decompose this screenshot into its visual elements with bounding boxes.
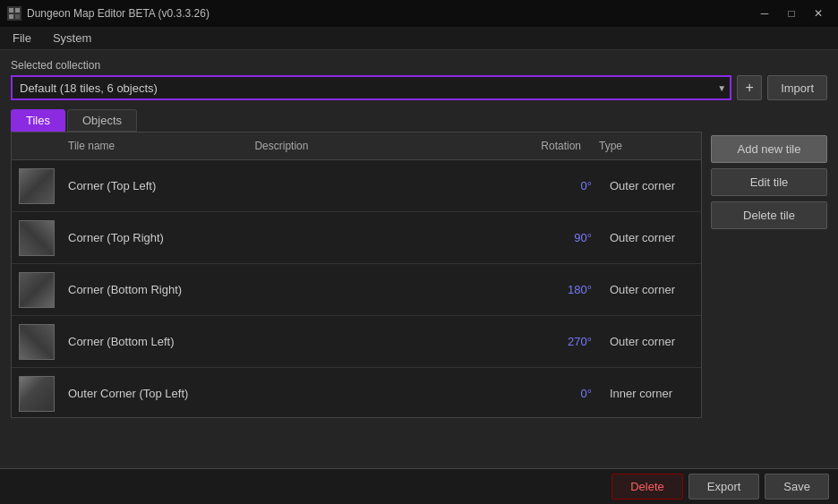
- th-thumbnail: [12, 136, 61, 156]
- tile-thumb-image: [19, 168, 55, 204]
- th-description: Description: [247, 136, 520, 156]
- menu-item-file[interactable]: File: [4, 29, 40, 47]
- tile-rotation: 90°: [531, 231, 603, 244]
- tile-type: Outer corner: [603, 283, 701, 296]
- menu-item-system[interactable]: System: [44, 29, 100, 47]
- save-button[interactable]: Save: [765, 474, 829, 500]
- tile-thumb-image: [19, 220, 55, 256]
- selected-collection-label: Selected collection: [11, 59, 827, 72]
- minimize-button[interactable]: ─: [752, 4, 777, 23]
- tile-thumbnail: [12, 320, 61, 363]
- maximize-button[interactable]: □: [779, 4, 804, 23]
- bottombar: Delete Export Save: [0, 468, 838, 504]
- content-area: Selected collection Default (18 tiles, 6…: [0, 50, 838, 468]
- subtabs: Tiles Objects: [11, 109, 827, 132]
- table-row[interactable]: Outer Corner (Top Left) 0° Inner corner: [12, 368, 701, 418]
- sidebar-buttons: Add new tile Edit tile Delete tile: [711, 132, 827, 418]
- tile-name: Corner (Bottom Left): [61, 331, 252, 352]
- th-name: Tile name: [61, 136, 247, 156]
- table-row[interactable]: Corner (Bottom Left) 270° Outer corner: [12, 316, 701, 368]
- tile-thumbnail: [12, 165, 61, 208]
- table-row[interactable]: Corner (Bottom Right) 180° Outer corner: [12, 264, 701, 316]
- tile-rotation: 0°: [531, 387, 603, 400]
- tile-name: Corner (Top Right): [61, 227, 252, 248]
- tile-name: Corner (Bottom Right): [61, 279, 252, 300]
- tile-name: Corner (Top Left): [61, 175, 252, 196]
- collection-select[interactable]: Default (18 tiles, 6 objects): [11, 75, 731, 100]
- window-controls: ─ □ ✕: [752, 4, 831, 23]
- app-title: Dungeon Map Editor BETA (v0.3.3.26): [27, 7, 210, 20]
- menubar: File System: [0, 27, 838, 50]
- table-row[interactable]: Corner (Top Right) 90° Outer corner: [12, 212, 701, 264]
- titlebar: Dungeon Map Editor BETA (v0.3.3.26) ─ □ …: [0, 0, 838, 27]
- tile-description: [252, 338, 531, 346]
- tile-name: Outer Corner (Top Left): [61, 383, 252, 404]
- export-button[interactable]: Export: [688, 474, 760, 500]
- svg-rect-1: [9, 8, 13, 13]
- close-button[interactable]: ✕: [806, 4, 831, 23]
- delete-button[interactable]: Delete: [611, 474, 683, 500]
- app-icon: [7, 6, 21, 21]
- tile-thumb-image: [19, 376, 55, 412]
- tile-type: Outer corner: [603, 179, 701, 192]
- svg-rect-4: [15, 14, 20, 19]
- table-header: Tile name Description Rotation Type: [12, 132, 701, 160]
- th-rotation: Rotation: [520, 136, 592, 156]
- tiles-table: Tile name Description Rotation Type Corn…: [11, 132, 702, 418]
- table-row[interactable]: Corner (Top Left) 0° Outer corner: [12, 160, 701, 212]
- table-body[interactable]: Corner (Top Left) 0° Outer corner Corner…: [12, 160, 701, 418]
- subtab-objects[interactable]: Objects: [67, 109, 137, 132]
- add-new-tile-button[interactable]: Add new tile: [711, 135, 827, 163]
- collection-row: Default (18 tiles, 6 objects) ▼ + Import: [11, 75, 827, 100]
- tile-type: Outer corner: [603, 335, 701, 348]
- tile-type: Inner corner: [603, 387, 701, 400]
- collection-select-wrapper: Default (18 tiles, 6 objects) ▼: [11, 75, 731, 100]
- table-container: Tile name Description Rotation Type Corn…: [11, 132, 827, 418]
- tile-rotation: 270°: [531, 335, 603, 348]
- tile-thumbnail: [12, 217, 61, 260]
- tile-description: [252, 183, 531, 190]
- svg-rect-2: [15, 8, 20, 13]
- tile-rotation: 180°: [531, 283, 603, 296]
- import-button[interactable]: Import: [767, 75, 827, 100]
- delete-tile-button[interactable]: Delete tile: [711, 201, 827, 229]
- tile-thumbnail: [12, 269, 61, 312]
- subtab-tiles[interactable]: Tiles: [11, 109, 65, 132]
- tile-description: [252, 390, 531, 397]
- th-type: Type: [592, 136, 690, 156]
- tile-description: [252, 235, 531, 242]
- titlebar-left: Dungeon Map Editor BETA (v0.3.3.26): [7, 6, 210, 21]
- add-collection-button[interactable]: +: [737, 75, 762, 100]
- svg-rect-3: [9, 14, 13, 19]
- tile-description: [252, 286, 531, 294]
- tile-thumb-image: [19, 272, 55, 308]
- tile-thumb-image: [19, 324, 55, 360]
- tile-thumbnail: [12, 372, 61, 415]
- edit-tile-button[interactable]: Edit tile: [711, 168, 827, 196]
- tile-type: Outer corner: [603, 231, 701, 244]
- tile-rotation: 0°: [531, 179, 603, 192]
